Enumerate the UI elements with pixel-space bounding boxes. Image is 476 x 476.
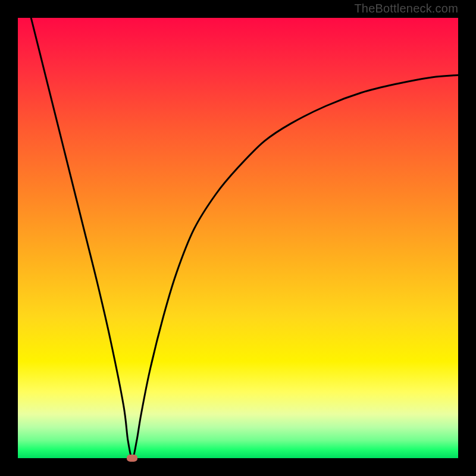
plot-area	[18, 18, 458, 458]
chart-frame: TheBottleneck.com	[0, 0, 476, 476]
curve-svg	[18, 18, 458, 458]
curve-path	[31, 18, 458, 458]
watermark-text: TheBottleneck.com	[354, 2, 458, 15]
minimum-marker	[127, 455, 137, 462]
